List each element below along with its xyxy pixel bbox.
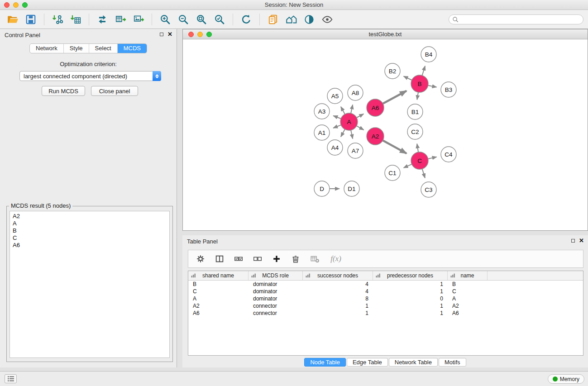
mcds-result-item[interactable]: A6 — [13, 242, 167, 249]
node-B3[interactable]: B3 — [441, 82, 456, 97]
columns-button[interactable] — [214, 253, 225, 265]
close-table-panel-icon[interactable]: ✕ — [579, 238, 584, 243]
table-cell[interactable]: connector — [249, 310, 303, 316]
column-header-successor-nodes[interactable]: successor nodes — [303, 271, 373, 280]
tab-edge-table[interactable]: Edge Table — [347, 358, 388, 367]
style-button[interactable] — [301, 12, 317, 27]
table-cell[interactable]: C — [188, 288, 249, 295]
node-B[interactable]: B — [411, 75, 428, 92]
tab-node-table[interactable]: Node Table — [304, 358, 346, 367]
export-network-button[interactable] — [94, 12, 110, 27]
close-panel-icon[interactable]: ✕ — [167, 32, 172, 37]
export-table-button[interactable] — [112, 12, 129, 27]
node-A8[interactable]: A8 — [348, 85, 363, 100]
table-cell[interactable]: 4 — [303, 281, 373, 287]
import-table-button[interactable] — [67, 12, 84, 27]
export-image-button[interactable] — [130, 12, 147, 27]
column-header-predecessor-nodes[interactable]: predecessor nodes — [373, 271, 448, 280]
table-cell[interactable]: A2 — [188, 303, 249, 309]
zoom-fit-button[interactable] — [193, 12, 210, 27]
edge-A-A7[interactable] — [351, 130, 353, 139]
node-B2[interactable]: B2 — [385, 63, 400, 79]
table-cell[interactable]: A6 — [448, 310, 488, 316]
table-cell[interactable]: A6 — [188, 310, 249, 316]
tab-mcds[interactable]: MCDS — [118, 44, 147, 53]
task-history-button[interactable] — [5, 374, 17, 383]
edge-A-A2[interactable] — [357, 126, 364, 130]
node-D[interactable]: D — [314, 181, 330, 196]
node-C3[interactable]: C3 — [421, 182, 436, 197]
network-minimize-button[interactable] — [197, 32, 203, 37]
table-cell[interactable]: 1 — [373, 310, 448, 316]
edge-A6-B[interactable] — [383, 91, 406, 104]
node-A3[interactable]: A3 — [314, 104, 330, 119]
memory-button[interactable]: Memory — [548, 374, 584, 384]
search-input[interactable] — [449, 14, 583, 24]
deselect-all-button[interactable] — [252, 253, 263, 265]
table-cell[interactable]: 1 — [373, 288, 448, 295]
table-cell[interactable]: dominator — [249, 288, 303, 295]
edge-A-A6[interactable] — [357, 114, 364, 118]
close-panel-button[interactable]: Close panel — [91, 86, 138, 96]
node-C[interactable]: C — [411, 152, 428, 169]
table-cell[interactable]: 1 — [303, 310, 373, 316]
edge-A-A1[interactable] — [333, 125, 341, 128]
edge-C-C1[interactable] — [404, 164, 412, 168]
open-folder-button[interactable] — [5, 12, 21, 27]
edge-A-A3[interactable] — [333, 116, 341, 119]
node-C2[interactable]: C2 — [407, 124, 423, 139]
tab-style[interactable]: Style — [64, 44, 89, 53]
tab-network-table[interactable]: Network Table — [389, 358, 438, 367]
mcds-result-item[interactable]: B — [13, 227, 167, 234]
node-B4[interactable]: B4 — [421, 47, 436, 62]
home-button[interactable] — [283, 12, 299, 27]
table-cell[interactable]: 1 — [373, 281, 448, 287]
select-all-button[interactable] — [233, 253, 244, 265]
network-canvas-svg[interactable]: B4B2BB3A5A8A6B1A3AC2A1A2A4A7C4CC1C3DD1 — [183, 39, 588, 230]
node-D1[interactable]: D1 — [344, 181, 359, 196]
zoom-in-button[interactable] — [157, 12, 173, 27]
node-B1[interactable]: B1 — [407, 104, 423, 119]
tab-network[interactable]: Network — [30, 44, 64, 53]
node-A1[interactable]: A1 — [314, 125, 330, 140]
zoom-window-button[interactable] — [22, 2, 28, 8]
node-A2[interactable]: A2 — [367, 128, 384, 145]
node-C4[interactable]: C4 — [441, 147, 456, 162]
table-cell[interactable]: 0 — [373, 295, 448, 302]
save-button[interactable] — [23, 12, 39, 27]
table-cell[interactable]: connector — [249, 303, 303, 309]
delete-button[interactable] — [290, 253, 301, 265]
float-table-panel-icon[interactable] — [571, 239, 575, 243]
table-cell[interactable]: C — [448, 288, 488, 295]
mcds-result-item[interactable]: A — [13, 220, 167, 227]
tab-select[interactable]: Select — [89, 44, 118, 53]
zoom-out-button[interactable] — [175, 12, 191, 27]
table-row[interactable]: A6connector11A6 — [188, 310, 583, 317]
table-cell[interactable]: dominator — [249, 281, 303, 287]
table-row[interactable]: Bdominator41B — [188, 281, 583, 288]
table-cell[interactable]: A2 — [448, 303, 488, 309]
edge-B-B3[interactable] — [428, 86, 437, 87]
gear-button[interactable] — [195, 253, 206, 265]
open-report-button[interactable] — [265, 12, 281, 27]
column-header-shared-name[interactable]: shared name — [188, 271, 249, 280]
edge-A2-C[interactable] — [383, 140, 407, 153]
refresh-button[interactable] — [238, 12, 254, 27]
table-row[interactable]: A2connector11A2 — [188, 302, 583, 310]
table-cell[interactable]: A — [188, 295, 249, 302]
edge-A-A4[interactable] — [341, 129, 345, 137]
edge-A-A8[interactable] — [351, 105, 353, 113]
add-button[interactable] — [271, 253, 282, 265]
show-hide-button[interactable] — [319, 12, 335, 27]
table-cell[interactable]: 1 — [303, 303, 373, 309]
node-A7[interactable]: A7 — [348, 143, 363, 158]
edge-C-C4[interactable] — [428, 157, 437, 159]
minimize-window-button[interactable] — [13, 2, 19, 8]
mcds-result-item[interactable]: C — [13, 234, 167, 242]
table-cell[interactable]: A — [448, 295, 488, 302]
node-C1[interactable]: C1 — [385, 165, 400, 181]
node-A4[interactable]: A4 — [327, 140, 343, 155]
node-A[interactable]: A — [340, 113, 358, 130]
node-A5[interactable]: A5 — [327, 88, 343, 104]
edge-B-B1[interactable] — [417, 92, 418, 100]
